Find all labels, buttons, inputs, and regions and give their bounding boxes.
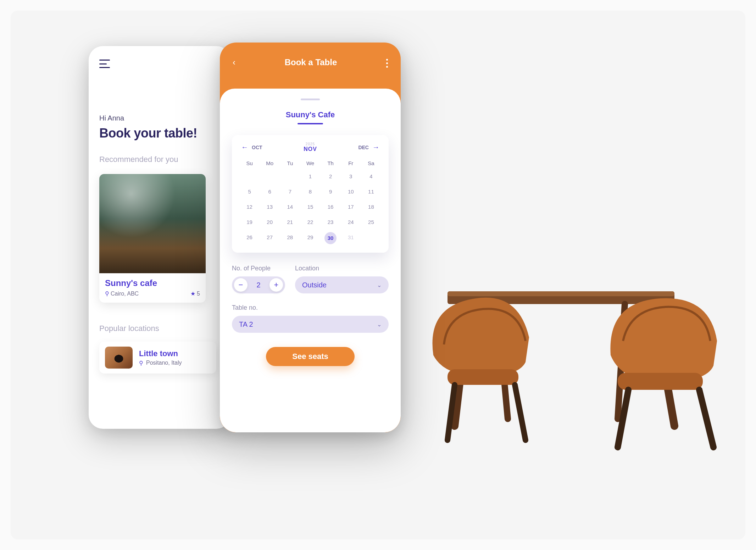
- back-icon[interactable]: ‹: [233, 57, 235, 67]
- stage: Hi Anna Book your table! Recommended for…: [11, 11, 745, 539]
- calendar-day[interactable]: 14: [282, 202, 298, 212]
- calendar-day[interactable]: 17: [343, 202, 359, 212]
- prev-month-button[interactable]: ← OCT: [241, 143, 262, 151]
- star-icon: ★: [190, 291, 195, 297]
- chevron-down-icon: ⌄: [377, 282, 382, 288]
- calendar-day[interactable]: 12: [241, 202, 258, 212]
- phone-home: Hi Anna Book your table! Recommended for…: [89, 46, 230, 429]
- people-value: 2: [256, 281, 260, 289]
- calendar-day[interactable]: 20: [261, 217, 278, 227]
- table-select[interactable]: TA 2 ⌄: [232, 316, 389, 333]
- location-value: Outside: [302, 281, 327, 289]
- calendar-day[interactable]: 8: [302, 186, 318, 197]
- calendar-grid: SuMoTuWeThFrSa 1234567891011121314151617…: [241, 160, 379, 244]
- people-label: No. of People: [232, 265, 285, 272]
- calendar-month: NOV: [304, 146, 317, 152]
- chevron-down-icon: ⌄: [377, 321, 382, 328]
- calendar-day[interactable]: 5: [241, 186, 258, 197]
- calendar-day[interactable]: 21: [282, 217, 298, 227]
- calendar-day[interactable]: 3: [343, 171, 359, 181]
- page-title: Book your table!: [99, 126, 220, 141]
- recommended-rating: ★ 5: [190, 290, 200, 297]
- calendar-day: [261, 171, 278, 181]
- calendar-day[interactable]: 19: [241, 217, 258, 227]
- calendar-day[interactable]: 26: [241, 232, 258, 244]
- recommended-title: Sunny's cafe: [105, 278, 200, 288]
- prev-month-label: OCT: [252, 145, 262, 150]
- calendar-day[interactable]: 23: [322, 217, 339, 227]
- recommended-image: [99, 174, 206, 273]
- drag-handle[interactable]: [301, 99, 320, 100]
- cafe-name: Suuny's Cafe: [232, 110, 389, 119]
- calendar-day[interactable]: 1: [302, 171, 318, 181]
- calendar-day[interactable]: 15: [302, 202, 318, 212]
- pin-icon: ⚲: [139, 360, 143, 366]
- calendar-day[interactable]: 24: [343, 217, 359, 227]
- calendar-dow: Fr: [343, 160, 359, 166]
- topbar: ‹ Book a Table: [220, 43, 401, 92]
- calendar-day: [363, 232, 379, 244]
- arrow-left-icon: ←: [241, 143, 248, 151]
- popular-label: Popular locations: [99, 324, 220, 333]
- people-stepper: − 2 +: [232, 276, 285, 293]
- menu-icon[interactable]: [99, 60, 110, 68]
- calendar-dow: Su: [241, 160, 258, 166]
- more-icon[interactable]: [386, 57, 388, 68]
- calendar-day[interactable]: 13: [261, 202, 278, 212]
- calendar-day[interactable]: 25: [363, 217, 379, 227]
- scene-illustration: [426, 228, 731, 454]
- calendar-dow: We: [302, 160, 318, 166]
- calendar-day[interactable]: 11: [363, 186, 379, 197]
- table-label: Table no.: [232, 304, 389, 312]
- recommended-card[interactable]: Sunny's cafe ⚲Cairo, ABC ★ 5: [99, 174, 206, 303]
- popular-card[interactable]: Little town ⚲Positano, Italy: [99, 342, 216, 374]
- calendar-day[interactable]: 2: [322, 171, 339, 181]
- calendar-year: 2025: [304, 142, 317, 146]
- calendar-day[interactable]: 4: [363, 171, 379, 181]
- calendar-day[interactable]: 9: [322, 186, 339, 197]
- calendar-day[interactable]: 7: [282, 186, 298, 197]
- next-month-label: DEC: [358, 145, 369, 150]
- table-value: TA 2: [239, 320, 253, 329]
- popular-image: [105, 347, 133, 369]
- calendar-day[interactable]: 31: [343, 232, 359, 244]
- calendar-day[interactable]: 18: [363, 202, 379, 212]
- calendar-day[interactable]: 16: [322, 202, 339, 212]
- calendar-dow: Tu: [282, 160, 298, 166]
- calendar-day: [241, 171, 258, 181]
- booking-sheet: Suuny's Cafe ← OCT 2025 NOV DEC →: [220, 89, 401, 432]
- calendar-day[interactable]: 22: [302, 217, 318, 227]
- calendar-day[interactable]: 29: [302, 232, 318, 244]
- calendar-day[interactable]: 10: [343, 186, 359, 197]
- location-label: Location: [295, 265, 389, 272]
- calendar-day[interactable]: 6: [261, 186, 278, 197]
- calendar-day: [282, 171, 298, 181]
- popular-title: Little town: [139, 349, 182, 358]
- arrow-right-icon: →: [372, 143, 379, 151]
- calendar-day[interactable]: 30: [324, 232, 337, 244]
- people-decrement-button[interactable]: −: [234, 278, 248, 292]
- calendar-dow: Th: [322, 160, 339, 166]
- next-month-button[interactable]: DEC →: [358, 143, 379, 151]
- see-seats-button[interactable]: See seats: [266, 347, 355, 366]
- calendar-dow: Sa: [363, 160, 379, 166]
- topbar-title: Book a Table: [285, 57, 337, 67]
- cafe-underline: [298, 123, 323, 124]
- people-increment-button[interactable]: +: [269, 278, 283, 292]
- svg-rect-1: [448, 291, 674, 296]
- svg-rect-3: [618, 373, 703, 390]
- location-select[interactable]: Outside ⌄: [295, 276, 389, 293]
- calendar-day[interactable]: 28: [282, 232, 298, 244]
- recommended-label: Recommended for you: [99, 155, 220, 164]
- current-month: 2025 NOV: [304, 142, 317, 152]
- svg-rect-2: [448, 369, 518, 385]
- pin-icon: ⚲: [105, 291, 109, 297]
- calendar-dow: Mo: [261, 160, 278, 166]
- phone-booking: ‹ Book a Table Suuny's Cafe ← OCT 2025 N…: [220, 43, 401, 432]
- popular-location: ⚲Positano, Italy: [139, 360, 182, 366]
- greeting-text: Hi Anna: [99, 114, 220, 122]
- calendar-day[interactable]: 27: [261, 232, 278, 244]
- recommended-location: ⚲Cairo, ABC: [105, 290, 139, 297]
- calendar: ← OCT 2025 NOV DEC → SuMoTuWeThFrSa 1234…: [232, 135, 389, 253]
